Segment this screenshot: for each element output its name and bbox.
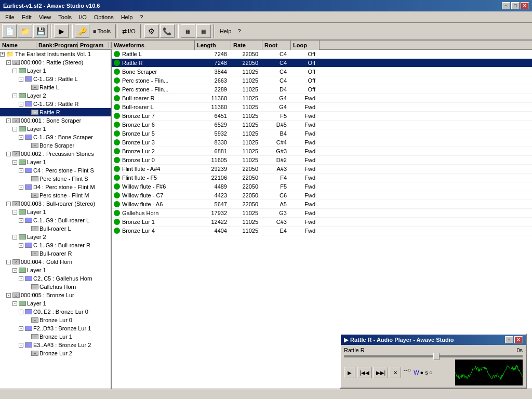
audio-forward-button[interactable]: ▶▶| bbox=[374, 367, 389, 378]
expand-icon-layer6-1[interactable]: - bbox=[12, 301, 17, 306]
waveform-row[interactable]: Bronze Lur 11242211025C#3Fwd bbox=[112, 218, 532, 227]
tree-item-layer4-2[interactable]: -Layer 2 bbox=[0, 233, 111, 241]
toolbar-play-btn[interactable]: ▶ bbox=[54, 24, 69, 38]
expand-icon-layer2-1[interactable]: - bbox=[12, 127, 17, 131]
col-loop-header[interactable]: Loop bbox=[291, 41, 320, 50]
toolbar-grid2-btn[interactable]: ▦ bbox=[196, 24, 211, 38]
close-button[interactable]: ✕ bbox=[521, 2, 529, 9]
expand-icon-key6-1[interactable]: - bbox=[19, 310, 23, 314]
instrument-tree[interactable]: +📁The Earliest Instuments Vol. 1-♫000:00… bbox=[0, 50, 111, 399]
tree-item-key6-3[interactable]: -E3..A#3 : Bronze Lur 2 bbox=[0, 341, 111, 349]
waveform-row[interactable]: Bronze Lur 3833011025C#4Fwd bbox=[112, 138, 532, 147]
tree-item-root[interactable]: +📁The Earliest Instuments Vol. 1 bbox=[0, 50, 111, 58]
waveform-row[interactable]: Willow flute - A6564722050A5Fwd bbox=[112, 200, 532, 209]
waveform-row[interactable]: Willow flute - F#6448922050F5Fwd bbox=[112, 182, 532, 191]
audio-play-button[interactable]: ▶ bbox=[344, 367, 355, 378]
toolbar-key-btn[interactable]: 🔑 bbox=[75, 24, 89, 38]
waveform-row[interactable]: Flint flute - F52210622050F4Fwd bbox=[112, 174, 532, 182]
tree-item-wave4-1[interactable]: ~Bull-roarer L bbox=[0, 224, 111, 233]
expand-icon-key3-2[interactable]: - bbox=[19, 185, 23, 190]
tree-item-key5-1[interactable]: -C2..C5 : Gallehus Horn bbox=[0, 274, 111, 283]
expand-icon-key6-3[interactable]: - bbox=[19, 343, 23, 348]
tree-item-bank2[interactable]: -♫000:002 : Precussion Stones bbox=[0, 150, 111, 158]
expand-icon-layer4-1[interactable]: - bbox=[12, 210, 17, 215]
tree-item-bank0[interactable]: -♫000:000 : Rattle (Stereo) bbox=[0, 58, 111, 66]
col-length-header[interactable]: Length bbox=[195, 41, 231, 50]
tree-item-wave3-1[interactable]: ~Perc stone - Flint S bbox=[0, 175, 111, 183]
tree-item-layer6-1[interactable]: -Layer 1 bbox=[0, 299, 111, 308]
waveform-row[interactable]: Willow flute - C7442322050C6Fwd bbox=[112, 191, 532, 200]
audio-close-button[interactable]: ✕ bbox=[514, 336, 523, 343]
toolbar-helpq-btn[interactable]: ? bbox=[235, 25, 243, 37]
expand-icon-key4-2[interactable]: - bbox=[19, 243, 23, 248]
col-bank-header[interactable]: Bank:Program bbox=[36, 42, 78, 48]
toolbar-grid-btn[interactable]: ▦ bbox=[181, 24, 195, 38]
waveform-row[interactable]: Rattle L724822050C4Off bbox=[112, 50, 532, 59]
tree-item-layer3-1[interactable]: -Layer 1 bbox=[0, 158, 111, 166]
tree-item-key3-1[interactable]: -C4 : Perc stone - Flint S bbox=[0, 166, 111, 175]
audio-minimize-button[interactable]: − bbox=[505, 336, 513, 343]
menu-help-icon[interactable]: ? bbox=[137, 13, 146, 21]
menu-file[interactable]: File bbox=[2, 13, 18, 21]
tree-item-key6-2[interactable]: -F2..D#3 : Bronze Lur 1 bbox=[0, 324, 111, 332]
waveform-row[interactable]: Bronze Lur 6652911025D#5Fwd bbox=[112, 121, 532, 129]
expand-icon-bank0[interactable]: - bbox=[6, 60, 11, 65]
expand-icon-layer5-1[interactable]: - bbox=[12, 268, 17, 273]
expand-icon-bank2[interactable]: - bbox=[6, 152, 11, 156]
col-name-header[interactable]: Name bbox=[0, 42, 36, 48]
tree-item-wave1-2[interactable]: ~Rattle R bbox=[0, 108, 111, 116]
expand-icon-key3-1[interactable]: - bbox=[19, 168, 23, 173]
toolbar-tools-btn[interactable]: ≡ Tools bbox=[90, 25, 113, 37]
waveform-row[interactable]: Bronze Lur 01160511025D#2Fwd bbox=[112, 156, 532, 165]
toolbar-io-btn[interactable]: ⇄ I/O bbox=[119, 25, 138, 37]
tree-item-wave3-2[interactable]: ~Perc stone - Flint M bbox=[0, 191, 111, 200]
tree-item-key6-1[interactable]: -C0..E2 : Bronze Lur 0 bbox=[0, 308, 111, 316]
s-radio[interactable]: ○ bbox=[429, 369, 433, 376]
tree-item-bank3[interactable]: -♫000:003 : Bull-roarer (Stereo) bbox=[0, 200, 111, 208]
waveform-row[interactable]: Bronze Lur 7645111025F5Fwd bbox=[112, 112, 532, 121]
toolbar-phone-btn[interactable]: 📞 bbox=[160, 24, 175, 38]
waveform-row[interactable]: Bone Scraper384411025C4Off bbox=[112, 68, 532, 76]
tree-item-layer5-1[interactable]: -Layer 1 bbox=[0, 266, 111, 274]
minimize-button[interactable]: − bbox=[502, 2, 510, 9]
expand-icon-key1-1[interactable]: - bbox=[19, 77, 23, 82]
tree-item-wave6-2[interactable]: ~Bronze Lur 1 bbox=[0, 332, 111, 341]
tree-item-key2-1[interactable]: -C-1..G9 : Bone Scraper bbox=[0, 133, 111, 141]
audio-stop-button[interactable]: ✕ bbox=[390, 367, 401, 378]
tree-item-bank5[interactable]: -♫000:005 : Bronze Lur bbox=[0, 291, 111, 299]
expand-icon-bank4[interactable]: - bbox=[6, 260, 11, 264]
tree-item-wave1-1[interactable]: ~Rattle L bbox=[0, 83, 111, 91]
toolbar-new-btn[interactable]: 📄 bbox=[2, 24, 17, 38]
audio-progress-thumb[interactable] bbox=[433, 353, 440, 360]
tree-item-bank1[interactable]: -♫000:001 : Bone Scraper bbox=[0, 116, 111, 125]
col-root-header[interactable]: Root bbox=[262, 41, 291, 50]
col-rate-header[interactable]: Rate bbox=[231, 41, 262, 50]
tree-item-wave2-1[interactable]: ~Bone Scraper bbox=[0, 141, 111, 150]
menu-options[interactable]: Options bbox=[91, 13, 117, 21]
expand-icon-key4-1[interactable]: - bbox=[19, 218, 23, 223]
tree-item-wave4-2[interactable]: ~Bull-roarer R bbox=[0, 249, 111, 258]
menu-tools[interactable]: Tools bbox=[55, 13, 75, 21]
tree-item-key1-1[interactable]: -C-1..G9 : Rattle L bbox=[0, 75, 111, 83]
toolbar-help-btn[interactable]: Help bbox=[217, 25, 234, 37]
waveform-row[interactable]: Bronze Lur 5593211025B4Fwd bbox=[112, 129, 532, 138]
audio-rewind-button[interactable]: |◀◀ bbox=[357, 367, 372, 378]
tree-item-key1-2[interactable]: -C-1..G9 : Rattle R bbox=[0, 100, 111, 108]
tree-item-bank4[interactable]: -♫000:004 : Gold Horn bbox=[0, 258, 111, 266]
toolbar-save-btn[interactable]: 💾 bbox=[33, 24, 48, 38]
expand-icon-key6-2[interactable]: - bbox=[19, 326, 23, 331]
expand-icon-layer3-1[interactable]: - bbox=[12, 160, 17, 165]
waveform-row[interactable]: Bronze Lur 4440411025E4Fwd bbox=[112, 227, 532, 235]
col-program-header[interactable]: Program bbox=[78, 42, 109, 48]
audio-mode-s[interactable]: s ○ bbox=[425, 367, 432, 378]
waveform-row[interactable]: Perc stone - Flin...228911025D4Off bbox=[112, 85, 532, 94]
tree-item-layer1-2[interactable]: -Layer 2 bbox=[0, 91, 111, 100]
waveform-row[interactable]: Bull-roarer R1136011025G4Fwd bbox=[112, 94, 532, 103]
toolbar-open-btn[interactable]: 📁 bbox=[18, 24, 32, 38]
menu-edit[interactable]: Edit bbox=[19, 13, 35, 21]
tree-item-wave6-1[interactable]: ~Bronze Lur 0 bbox=[0, 316, 111, 324]
waveform-row[interactable]: Bull-roarer L1136011025G4Fwd bbox=[112, 103, 532, 112]
waveform-row[interactable]: Rattle R724822050C4Off bbox=[112, 59, 532, 68]
tree-item-layer1-1[interactable]: -Layer 1 bbox=[0, 66, 111, 75]
menu-view[interactable]: View bbox=[36, 13, 55, 21]
